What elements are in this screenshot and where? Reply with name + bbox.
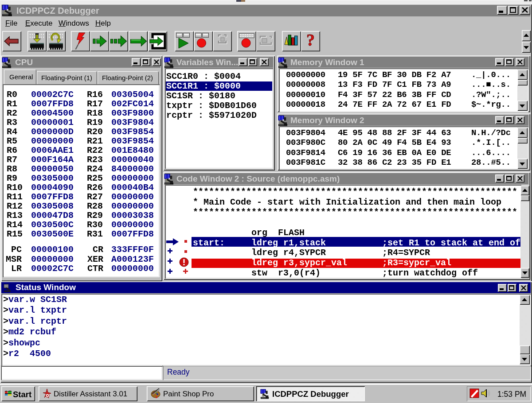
- svg-text:?: ?: [306, 31, 315, 49]
